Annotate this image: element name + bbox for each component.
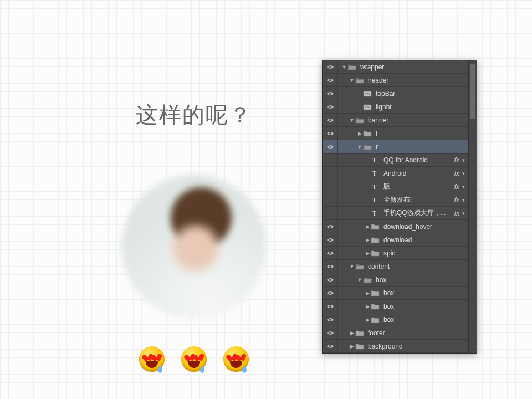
- layer-label[interactable]: r: [372, 143, 468, 151]
- layer-row[interactable]: ▶box: [323, 287, 468, 300]
- visibility-toggle[interactable]: [323, 180, 338, 193]
- disclosure-arrow-icon[interactable]: ▶: [365, 250, 370, 256]
- layer-row[interactable]: ▶spic: [323, 247, 468, 260]
- visibility-toggle[interactable]: [323, 220, 338, 233]
- layer-label[interactable]: QQ for Android: [380, 156, 451, 164]
- visibility-toggle[interactable]: [323, 60, 338, 73]
- visibility-toggle[interactable]: [323, 300, 338, 313]
- layer-row[interactable]: ▼r: [323, 140, 468, 154]
- layer-row[interactable]: ▶footer: [323, 326, 468, 340]
- layer-type-icon: [355, 116, 365, 124]
- disclosure-arrow-icon[interactable]: ▼: [357, 277, 362, 283]
- visibility-toggle[interactable]: [323, 87, 338, 100]
- layer-label[interactable]: topBar: [372, 90, 468, 98]
- visibility-toggle[interactable]: [323, 247, 338, 259]
- layer-label[interactable]: lignht: [372, 103, 468, 111]
- layer-label[interactable]: footer: [365, 329, 468, 337]
- layer-row[interactable]: 版fx▾: [323, 180, 468, 193]
- fx-disclosure-icon[interactable]: ▾: [461, 171, 468, 176]
- disclosure-arrow-icon[interactable]: ▶: [349, 330, 355, 336]
- disclosure-arrow-icon[interactable]: ▶: [365, 237, 370, 243]
- disclosure-arrow-icon[interactable]: ▼: [341, 64, 347, 70]
- layer-type-icon: [355, 263, 365, 270]
- layer-label[interactable]: box: [372, 276, 468, 284]
- layer-label[interactable]: l: [372, 130, 468, 137]
- layer-row[interactable]: lignht: [323, 100, 468, 114]
- layer-label[interactable]: banner: [365, 116, 468, 124]
- visibility-toggle[interactable]: [323, 114, 338, 126]
- layer-label[interactable]: 全新发布!: [380, 195, 451, 204]
- layer-label[interactable]: box: [380, 303, 468, 310]
- layer-row[interactable]: 手机QQ游戏大厅，...fx▾: [323, 207, 468, 220]
- fx-disclosure-icon[interactable]: ▾: [461, 184, 468, 190]
- layer-row[interactable]: ▶box: [323, 300, 468, 313]
- disclosure-arrow-icon[interactable]: ▼: [349, 264, 355, 269]
- layer-row[interactable]: ▼content: [323, 260, 468, 273]
- layer-label[interactable]: box: [380, 316, 468, 324]
- layer-row[interactable]: 全新发布!fx▾: [323, 193, 468, 207]
- emoji-heart-eyes-icon: [223, 346, 249, 372]
- disclosure-arrow-icon[interactable]: ▶: [365, 317, 370, 323]
- visibility-toggle[interactable]: [323, 74, 338, 86]
- fx-indicator[interactable]: fx: [451, 209, 461, 217]
- disclosure-arrow-icon[interactable]: ▶: [365, 224, 370, 229]
- scrollbar-thumb[interactable]: [470, 64, 475, 119]
- layer-row[interactable]: ▶download_hover: [323, 220, 468, 233]
- visibility-toggle[interactable]: [323, 193, 338, 206]
- layer-label[interactable]: wrapper: [357, 63, 468, 71]
- layer-row[interactable]: ▼banner: [323, 114, 468, 127]
- layer-label[interactable]: download: [380, 236, 468, 244]
- layer-label[interactable]: 版: [380, 182, 451, 191]
- disclosure-arrow-icon[interactable]: ▼: [349, 78, 355, 83]
- visibility-toggle[interactable]: [323, 140, 338, 153]
- layer-row[interactable]: ▼wrapper: [323, 60, 468, 74]
- visibility-toggle[interactable]: [323, 287, 338, 299]
- disclosure-arrow-icon[interactable]: ▶: [349, 344, 355, 349]
- layer-row[interactable]: ▶l: [323, 127, 468, 140]
- fx-disclosure-icon[interactable]: ▾: [461, 157, 468, 163]
- visibility-toggle[interactable]: [323, 207, 338, 219]
- visibility-toggle[interactable]: [323, 273, 338, 286]
- fx-indicator[interactable]: fx: [451, 156, 461, 164]
- layer-row[interactable]: Androidfx▾: [323, 167, 468, 180]
- visibility-toggle[interactable]: [323, 326, 338, 339]
- fx-disclosure-icon[interactable]: ▾: [461, 197, 468, 203]
- fx-indicator[interactable]: fx: [451, 170, 461, 177]
- layer-label[interactable]: spic: [380, 249, 468, 257]
- layer-row[interactable]: topBar: [323, 87, 468, 100]
- visibility-toggle[interactable]: [323, 154, 338, 166]
- layer-row[interactable]: ▼box: [323, 273, 468, 287]
- disclosure-arrow-icon[interactable]: ▼: [349, 117, 355, 123]
- fx-indicator[interactable]: fx: [451, 183, 461, 191]
- layer-type-icon: [362, 103, 372, 111]
- layer-row[interactable]: ▶box: [323, 313, 468, 326]
- layer-row[interactable]: ▶download: [323, 233, 468, 247]
- layer-label[interactable]: download_hover: [380, 223, 468, 231]
- disclosure-arrow-icon[interactable]: ▶: [365, 304, 370, 309]
- layer-row[interactable]: ▼header: [323, 74, 468, 87]
- visibility-toggle[interactable]: [323, 313, 338, 326]
- visibility-toggle[interactable]: [323, 260, 338, 273]
- visibility-toggle[interactable]: [323, 233, 338, 246]
- fx-indicator[interactable]: fx: [451, 196, 461, 204]
- layer-label[interactable]: 手机QQ游戏大厅，...: [380, 208, 451, 218]
- disclosure-arrow-icon[interactable]: ▶: [365, 290, 370, 296]
- layer-label[interactable]: Android: [380, 170, 451, 177]
- visibility-toggle[interactable]: [323, 340, 338, 352]
- layer-label[interactable]: header: [365, 76, 468, 84]
- visibility-toggle[interactable]: [323, 167, 338, 180]
- layer-label[interactable]: box: [380, 289, 468, 297]
- visibility-toggle[interactable]: [323, 127, 338, 140]
- panel-scrollbar[interactable]: [468, 60, 477, 353]
- layer-label[interactable]: content: [365, 263, 468, 270]
- layer-row[interactable]: QQ for Androidfx▾: [323, 154, 468, 167]
- layer-type-icon: [370, 209, 380, 217]
- layer-type-icon: [370, 236, 380, 244]
- disclosure-arrow-icon[interactable]: ▶: [357, 131, 362, 136]
- layer-label[interactable]: background: [365, 342, 468, 350]
- disclosure-arrow-icon[interactable]: ▼: [357, 144, 362, 150]
- visibility-toggle[interactable]: [323, 100, 338, 113]
- fx-disclosure-icon[interactable]: ▾: [461, 211, 468, 216]
- layer-type-icon: [355, 342, 365, 350]
- layer-row[interactable]: ▶background: [323, 340, 468, 353]
